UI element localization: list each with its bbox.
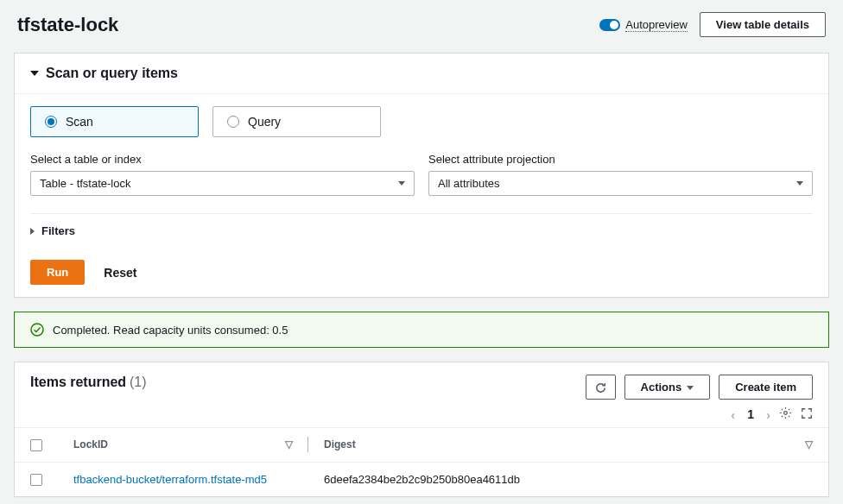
radio-icon bbox=[45, 116, 57, 128]
run-button[interactable]: Run bbox=[30, 260, 85, 285]
toggle-icon bbox=[599, 19, 620, 31]
scan-query-header[interactable]: Scan or query items bbox=[15, 54, 828, 94]
autopreview-toggle[interactable]: Autopreview bbox=[599, 18, 688, 32]
column-digest-label: Digest bbox=[324, 438, 356, 450]
select-all-checkbox[interactable] bbox=[30, 439, 42, 451]
fullscreen-icon[interactable] bbox=[801, 407, 813, 422]
pager-page: 1 bbox=[744, 407, 757, 421]
settings-icon[interactable] bbox=[779, 406, 792, 422]
scan-query-panel: Scan or query items Scan Query Select a … bbox=[14, 53, 829, 298]
create-item-button[interactable]: Create item bbox=[719, 375, 813, 400]
projection-select-field: Select attribute projection All attribut… bbox=[428, 153, 813, 196]
check-circle-icon bbox=[30, 323, 44, 337]
scan-query-title: Scan or query items bbox=[46, 66, 178, 81]
chevron-down-icon bbox=[796, 181, 803, 186]
items-title: Items returned bbox=[30, 375, 126, 389]
svg-point-1 bbox=[784, 412, 788, 415]
actions-label: Actions bbox=[641, 381, 682, 394]
items-title-wrap: Items returned (1) bbox=[30, 375, 147, 390]
lockid-link[interactable]: tfbackend-bucket/terraform.tfstate-md5 bbox=[73, 473, 267, 486]
status-message: Completed. Read capacity units consumed:… bbox=[53, 324, 288, 337]
radio-query-label: Query bbox=[248, 115, 281, 129]
chevron-right-icon bbox=[30, 228, 35, 235]
scan-action-row: Run Reset bbox=[30, 260, 813, 285]
table-select-field: Select a table or index Table - tfstate-… bbox=[30, 153, 415, 196]
refresh-icon bbox=[594, 381, 607, 394]
page-header: tfstate-lock Autopreview View table deta… bbox=[14, 12, 829, 37]
page-title: tfstate-lock bbox=[17, 14, 118, 36]
refresh-button[interactable] bbox=[586, 375, 616, 400]
column-lockid-label: LockID bbox=[73, 438, 108, 450]
pager: ‹ 1 › bbox=[731, 406, 813, 422]
projection-select-label: Select attribute projection bbox=[428, 153, 813, 166]
header-actions: Autopreview View table details bbox=[599, 12, 826, 37]
autopreview-label: Autopreview bbox=[625, 18, 688, 32]
sort-icon: ▽ bbox=[285, 438, 293, 450]
pager-prev[interactable]: ‹ bbox=[731, 407, 735, 422]
row-checkbox[interactable] bbox=[30, 474, 42, 486]
view-table-details-button[interactable]: View table details bbox=[700, 12, 826, 37]
items-panel: Items returned (1) Actions Create item ‹… bbox=[14, 362, 829, 497]
column-lockid[interactable]: LockID ▽ bbox=[58, 428, 308, 463]
table-row: tfbackend-bucket/terraform.tfstate-md5 6… bbox=[15, 462, 828, 496]
filters-label: Filters bbox=[41, 224, 75, 237]
column-digest[interactable]: Digest ▽ bbox=[308, 428, 828, 463]
sort-icon: ▽ bbox=[805, 438, 813, 450]
scan-query-radio-group: Scan Query bbox=[30, 106, 813, 137]
reset-button[interactable]: Reset bbox=[104, 266, 136, 280]
digest-value: 6deefa2384be2b2c9b250b80ea4611db bbox=[324, 473, 520, 486]
table-select-label: Select a table or index bbox=[30, 153, 415, 166]
radio-query[interactable]: Query bbox=[212, 106, 381, 137]
chevron-down-icon bbox=[398, 181, 405, 186]
filters-toggle[interactable]: Filters bbox=[30, 213, 813, 248]
items-count: (1) bbox=[130, 375, 147, 389]
chevron-down-icon bbox=[687, 386, 694, 390]
table-select[interactable]: Table - tfstate-lock bbox=[30, 171, 415, 196]
radio-scan-label: Scan bbox=[66, 115, 93, 129]
svg-point-0 bbox=[31, 324, 43, 336]
pager-next[interactable]: › bbox=[766, 407, 770, 422]
projection-select[interactable]: All attributes bbox=[428, 171, 813, 196]
status-flash: Completed. Read capacity units consumed:… bbox=[14, 312, 829, 348]
radio-icon bbox=[227, 116, 239, 128]
actions-dropdown[interactable]: Actions bbox=[624, 375, 711, 400]
projection-select-value: All attributes bbox=[438, 177, 500, 190]
chevron-down-icon bbox=[30, 71, 39, 76]
radio-scan[interactable]: Scan bbox=[30, 106, 199, 137]
items-table: LockID ▽ Digest ▽ tfbackend-bucket/terra… bbox=[15, 427, 828, 496]
table-select-value: Table - tfstate-lock bbox=[40, 177, 131, 190]
